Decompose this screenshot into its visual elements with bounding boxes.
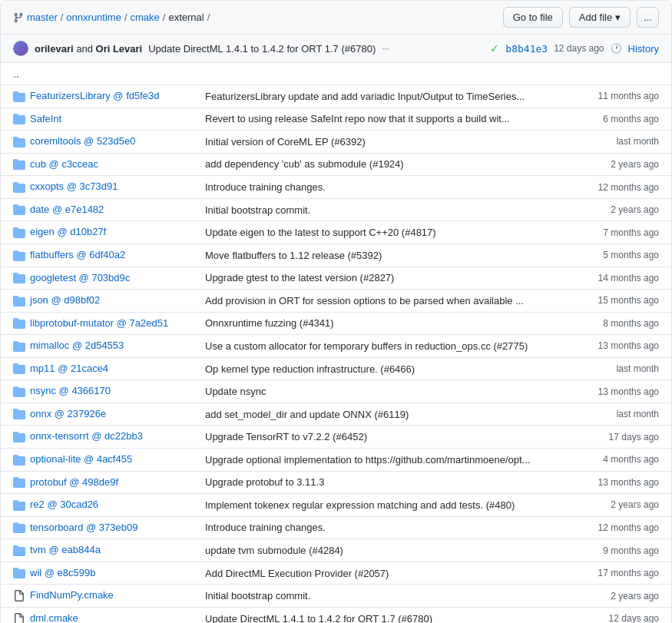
- file-time: 12 months ago: [571, 516, 671, 539]
- parent-dir-row: ..: [1, 63, 671, 85]
- go-to-file-button[interactable]: Go to file: [503, 7, 563, 28]
- file-message: Upgrade optional implementation to https…: [205, 454, 530, 466]
- table-row: FindNumPy.cmakeInitial bootstrap commit.…: [1, 585, 671, 608]
- cmake-link[interactable]: cmake: [131, 12, 160, 23]
- clock-icon: 🕐: [611, 43, 622, 54]
- file-name-link[interactable]: re2 @ 30cad26: [30, 499, 98, 510]
- file-message: Revert to using release SafeInt repo now…: [205, 113, 510, 124]
- branch-link[interactable]: master: [27, 12, 58, 23]
- breadcrumb-sep1: /: [61, 12, 64, 23]
- file-name-link[interactable]: nsync @ 4366170: [30, 385, 111, 396]
- file-icon: [13, 613, 25, 624]
- commit-right: ✓ b8b41e3 12 days ago 🕐 History: [490, 42, 659, 55]
- file-message: Add provision in ORT for session options…: [205, 295, 524, 307]
- file-message: Initial bootstrap commit.: [205, 204, 310, 216]
- file-name-link[interactable]: SafeInt: [30, 113, 61, 124]
- folder-icon: [13, 476, 25, 489]
- folder-icon: [13, 431, 25, 443]
- repo-link[interactable]: onnxruntime: [66, 12, 121, 23]
- file-message: FeaturizersLibrary update and add variad…: [205, 91, 525, 102]
- file-time: 4 months ago: [571, 449, 671, 472]
- table-row: googletest @ 703bd9cUpgrade gtest to the…: [1, 267, 671, 290]
- file-time: 2 years ago: [571, 198, 671, 221]
- file-name-link[interactable]: coremltools @ 523d5e0: [30, 135, 136, 147]
- breadcrumb-bar: master / onnxruntime / cmake / external …: [1, 1, 671, 35]
- table-row: protobuf @ 498de9fUpgrade protobuf to 3.…: [1, 471, 671, 494]
- file-name-link[interactable]: googletest @ 703bd9c: [30, 272, 130, 283]
- file-message: Use a custom allocator for temporary buf…: [205, 340, 528, 352]
- more-options-button[interactable]: ...: [637, 7, 659, 28]
- table-row: FeaturizersLibrary @ fd5fe3dFeaturizersL…: [1, 85, 671, 108]
- table-row: onnx @ 237926eadd set_model_dir and upda…: [1, 403, 671, 426]
- file-name-link[interactable]: mp11 @ 21cace4: [30, 363, 108, 374]
- file-name-link[interactable]: onnx-tensorrt @ dc22bb3: [30, 430, 143, 442]
- file-name-link[interactable]: date @ e7e1482: [30, 204, 104, 215]
- commit-msg-link[interactable]: Update DirectML 1.4.1 to 1.4.2 for ORT 1…: [148, 43, 376, 55]
- commit-authors: orilevari and Ori Levari: [35, 43, 142, 55]
- history-link[interactable]: History: [628, 43, 659, 55]
- file-time: 5 months ago: [571, 244, 671, 267]
- file-message: Add DirectML Execution Provider (#2057): [205, 568, 389, 579]
- table-row: json @ d98bf02Add provision in ORT for s…: [1, 290, 671, 313]
- table-row: eigen @ d10b27fUpdate eigen to the lates…: [1, 221, 671, 244]
- commit-message: Update DirectML 1.4.1 to 1.4.2 for ORT 1…: [148, 43, 376, 55]
- table-row: nsync @ 4366170Update nsync13 months ago: [1, 380, 671, 403]
- file-name-link[interactable]: optional-lite @ 4acf455: [30, 453, 132, 465]
- folder-icon: [13, 545, 25, 557]
- file-name-link[interactable]: FindNumPy.cmake: [30, 589, 114, 601]
- parent-dir-link[interactable]: ..: [13, 68, 19, 80]
- file-time: 2 years ago: [571, 153, 671, 176]
- file-time: 13 months ago: [571, 380, 671, 403]
- add-file-button[interactable]: Add file ▾: [569, 7, 631, 28]
- commit-dots-icon: ···: [382, 44, 389, 53]
- history-label: History: [628, 43, 659, 55]
- author2-link[interactable]: Ori Levari: [96, 43, 143, 55]
- folder-icon: [13, 91, 25, 103]
- file-name-link[interactable]: wil @ e8c599b: [30, 567, 95, 578]
- folder-icon: [13, 317, 25, 330]
- commit-time: 12 days ago: [554, 43, 604, 54]
- file-name-link[interactable]: cub @ c3cceac: [30, 158, 98, 170]
- page-wrapper: master / onnxruntime / cmake / external …: [0, 0, 672, 623]
- file-table-body: FeaturizersLibrary @ fd5fe3dFeaturizersL…: [1, 85, 671, 623]
- table-row: dml.cmakeUpdate DirectML 1.4.1 to 1.4.2 …: [1, 607, 671, 623]
- file-name-link[interactable]: mimalloc @ 2d54553: [30, 340, 124, 351]
- chevron-down-icon: ▾: [615, 12, 621, 23]
- table-row: onnx-tensorrt @ dc22bb3Upgrade TensorRT …: [1, 426, 671, 449]
- breadcrumb: master / onnxruntime / cmake / external …: [13, 12, 210, 23]
- file-message: Move flatbuffers to 1.12 release (#5392): [205, 250, 382, 261]
- file-name-link[interactable]: eigen @ d10b27f: [30, 226, 106, 237]
- breadcrumb-sep3: /: [163, 12, 166, 23]
- file-message: Introduce training changes.: [205, 522, 326, 533]
- file-name-link[interactable]: json @ d98bf02: [30, 294, 100, 306]
- file-name-link[interactable]: tvm @ eab844a: [30, 544, 101, 555]
- file-name-link[interactable]: flatbuffers @ 6df40a2: [30, 249, 125, 260]
- commit-hash-link[interactable]: b8b41e3: [505, 43, 548, 55]
- file-message: add set_model_dir and update ONNX (#6119…: [205, 409, 409, 420]
- file-name-link[interactable]: libprotobuf-mutator @ 7a2ed51: [30, 317, 168, 329]
- file-name-link[interactable]: FeaturizersLibrary @ fd5fe3d: [30, 90, 160, 101]
- breadcrumb-sep4: /: [207, 12, 210, 23]
- file-name-link[interactable]: onnx @ 237926e: [30, 408, 106, 419]
- folder-icon: [13, 499, 25, 512]
- file-name-link[interactable]: tensorboard @ 373eb09: [30, 522, 137, 533]
- author1-link[interactable]: orilevari: [35, 43, 74, 55]
- file-time: 13 months ago: [571, 335, 671, 358]
- table-row: optional-lite @ 4acf455Upgrade optional …: [1, 449, 671, 472]
- file-message: Initial version of CoreML EP (#6392): [205, 136, 366, 147]
- file-name-link[interactable]: dml.cmake: [30, 612, 78, 623]
- file-time: 11 months ago: [571, 85, 671, 108]
- current-path: external: [168, 12, 204, 23]
- file-time: last month: [571, 357, 671, 380]
- file-message: Update nsync: [205, 386, 266, 397]
- file-icon: [13, 590, 25, 602]
- check-icon: ✓: [490, 42, 499, 55]
- file-name-link[interactable]: protobuf @ 498de9f: [30, 476, 118, 488]
- table-row: mimalloc @ 2d54553Use a custom allocator…: [1, 335, 671, 358]
- folder-icon: [13, 295, 25, 307]
- folder-icon: [13, 181, 25, 194]
- file-time: 17 months ago: [571, 562, 671, 585]
- file-name-link[interactable]: cxxopts @ 3c73d91: [30, 181, 118, 192]
- avatar: [13, 41, 28, 56]
- file-message: Op kernel type reduction infrastructure.…: [205, 363, 415, 375]
